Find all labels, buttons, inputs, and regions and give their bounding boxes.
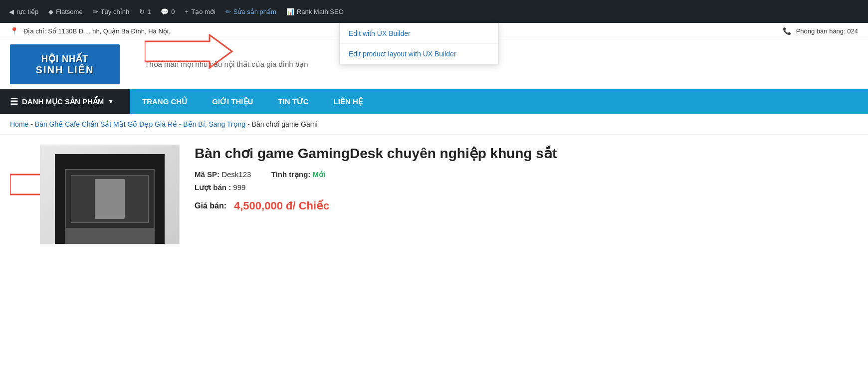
admin-tao-moi[interactable]: + Tạo mới: [180, 0, 220, 23]
edit-product-layout-ux-builder[interactable]: Edit product layout with UX Builder: [340, 44, 498, 64]
admin-sua-san-pham[interactable]: ✏ Sửa sản phẩm: [220, 0, 281, 23]
product-image: [40, 145, 180, 244]
admin-rank-math[interactable]: 📊 Rank Math SEO: [281, 0, 349, 23]
product-image-area: [10, 145, 180, 244]
admin-bar: ◀ rực tiếp ◆ Flatsome ✏ Tùy chỉnh ↻ 1 💬 …: [0, 0, 868, 23]
admin-flatsome[interactable]: ◆ Flatsome: [43, 0, 87, 23]
chevron-down-icon: ▼: [108, 98, 114, 105]
breadcrumb-category[interactable]: Bàn Ghế Cafe Chân Sắt Mặt Gỗ Đẹp Giá Rẻ …: [35, 120, 245, 128]
admin-truc-tiep[interactable]: ◀ rực tiếp: [4, 0, 43, 23]
status-label: Tình trạng:: [271, 170, 310, 179]
price-value: 4,500,000 đ/ Chiếc: [234, 199, 329, 212]
flatsome-icon: ◆: [48, 8, 53, 15]
status-value: Mới: [313, 170, 326, 179]
product-sold: Lượt bán : 999: [195, 183, 858, 192]
sold-value: 999: [233, 183, 245, 191]
product-sku: Mã SP: Desk123: [195, 170, 251, 179]
nav-lien-he[interactable]: LIÊN HỆ: [321, 89, 375, 114]
comments-icon: 💬: [161, 8, 169, 15]
nav-trang-chu[interactable]: TRANG CHỦ: [130, 89, 200, 114]
logo-line1: HỘI NHẤT: [41, 53, 88, 64]
nav-links: TRANG CHỦ GIỚI THIỆU TIN TỨC LIÊN HỆ: [130, 89, 375, 114]
tagline: Thỏa mãn mọi nhu cầu nội thất của gia đì…: [145, 60, 308, 69]
address-icon: 📍: [10, 27, 18, 35]
product-info: Bàn chơi game GamingDesk chuyên nghiệp k…: [195, 145, 858, 244]
address-text: Địa chỉ: Số 1130B Đ ... nh, Quận Ba Đình…: [23, 27, 170, 35]
plus-icon: +: [185, 8, 189, 15]
edit-pencil-icon: ✏: [225, 8, 231, 15]
admin-comments[interactable]: 💬 0: [156, 0, 180, 23]
phone-icon: 📞: [783, 27, 791, 35]
nav-bar: ☰ DANH MỤC SẢN PHẨM ▼ TRANG CHỦ GIỚI THI…: [0, 89, 868, 114]
nav-categories-button[interactable]: ☰ DANH MỤC SẢN PHẨM ▼: [0, 89, 130, 114]
nav-gioi-thieu[interactable]: GIỚI THIỆU: [200, 89, 265, 114]
breadcrumb-sep1: -: [30, 120, 35, 128]
product-price-row: Giá bán: 4,500,000 đ/ Chiếc: [195, 199, 858, 212]
phone-text: Phòng bán hàng: 024: [796, 27, 858, 35]
product-status: Tình trạng: Mới: [271, 170, 325, 179]
admin-tuy-chinh[interactable]: ✏ Tùy chỉnh: [88, 0, 134, 23]
logo[interactable]: HỘI NHẤT SINH LIÊN: [10, 44, 120, 84]
price-label: Giá bán:: [195, 201, 226, 210]
categories-label: DANH MỤC SẢN PHẨM: [22, 97, 104, 106]
tuy-chinh-icon: ✏: [93, 8, 98, 15]
product-title: Bàn chơi game GamingDesk chuyên nghiệp k…: [195, 145, 858, 163]
breadcrumb: Home - Bàn Ghế Cafe Chân Sắt Mặt Gỗ Đẹp …: [0, 114, 868, 135]
sku-label: Mã SP:: [195, 170, 219, 179]
breadcrumb-sep2: -: [247, 120, 252, 128]
truc-tiep-icon: ◀: [9, 8, 14, 15]
main-content: Bàn chơi game GamingDesk chuyên nghiệp k…: [0, 135, 868, 254]
sku-value: Desk123: [221, 170, 251, 179]
breadcrumb-current: Bàn chơi game Gami: [252, 120, 318, 128]
rank-math-icon: 📊: [286, 8, 294, 15]
logo-line2: SINH LIÊN: [36, 64, 94, 76]
update-icon: ↻: [139, 8, 145, 15]
hamburger-icon: ☰: [10, 96, 18, 107]
admin-update[interactable]: ↻ 1: [134, 0, 156, 23]
edit-dropdown: Edit with UX Builder Edit product layout…: [339, 23, 499, 64]
sold-label: Lượt bán :: [195, 183, 231, 191]
nav-tin-tuc[interactable]: TIN TỨC: [265, 89, 321, 114]
breadcrumb-home[interactable]: Home: [10, 120, 28, 128]
edit-with-ux-builder[interactable]: Edit with UX Builder: [340, 23, 498, 44]
product-meta: Mã SP: Desk123 Tình trạng: Mới: [195, 170, 858, 179]
